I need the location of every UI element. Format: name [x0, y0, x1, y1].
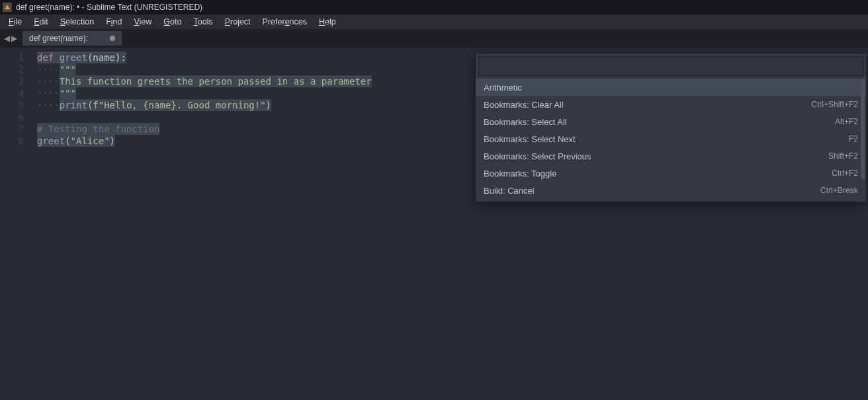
tab-prev-icon[interactable]: ◀	[4, 34, 10, 43]
command-palette-item-label: Arithmetic	[484, 83, 522, 93]
command-palette-item-label: Bookmarks: Select All	[484, 117, 567, 127]
window-titlebar: def greet(name): • - Sublime Text (UNREG…	[0, 0, 868, 15]
code-line[interactable]: greet("Alice")	[37, 135, 372, 147]
menu-file[interactable]: File	[3, 16, 28, 28]
command-palette-item-shortcut: Alt+F2	[835, 117, 858, 126]
command-palette-item-label: Bookmarks: Toggle	[484, 169, 556, 179]
menu-selection[interactable]: Selection	[54, 16, 100, 28]
command-palette-scrollbar[interactable]	[861, 80, 865, 179]
window-title: def greet(name): • - Sublime Text (UNREG…	[16, 3, 202, 12]
command-palette-item-label: Build: Cancel	[484, 186, 535, 196]
command-palette-item[interactable]: Bookmarks: Select NextF2	[476, 130, 866, 147]
command-palette-item-shortcut: Ctrl+F2	[832, 169, 858, 178]
command-palette-item-label: Bookmarks: Select Next	[484, 134, 576, 144]
line-number: 1	[0, 52, 30, 63]
menu-project[interactable]: Project	[219, 16, 257, 28]
command-palette-item-shortcut: Ctrl+Shift+F2	[811, 100, 858, 109]
command-palette-list: ArithmeticBookmarks: Clear AllCtrl+Shift…	[476, 79, 866, 199]
code-line[interactable]: def greet(name):	[37, 52, 372, 63]
menu-help[interactable]: Help	[313, 16, 342, 28]
tab-next-icon[interactable]: ▶	[11, 34, 17, 43]
code-content[interactable]: def greet(name):····"""····This function…	[37, 52, 372, 147]
command-palette-item[interactable]: Bookmarks: Select PreviousShift+F2	[476, 147, 866, 165]
code-line[interactable]: ····"""	[37, 87, 372, 99]
menubar: File Edit Selection Find View Goto Tools…	[0, 15, 868, 29]
line-number: 6	[0, 111, 30, 123]
code-line[interactable]	[37, 111, 372, 123]
line-number-gutter: 12345678	[0, 48, 30, 400]
command-palette-item-label: Bookmarks: Select Previous	[484, 151, 591, 161]
menu-edit[interactable]: Edit	[28, 16, 54, 28]
menu-find[interactable]: Find	[100, 16, 128, 28]
unsaved-indicator-icon	[110, 36, 115, 41]
command-palette-item[interactable]: Bookmarks: Select AllAlt+F2	[476, 113, 866, 130]
command-palette-item-shortcut: Shift+F2	[828, 151, 858, 161]
code-line[interactable]: ····This function greets the person pass…	[37, 75, 372, 87]
code-line[interactable]: ····print(f"Hello, {name}. Good morning!…	[37, 99, 372, 111]
menu-view[interactable]: View	[128, 16, 157, 28]
line-number: 5	[0, 99, 30, 111]
command-palette-item[interactable]: Bookmarks: Clear AllCtrl+Shift+F2	[476, 96, 866, 113]
menu-tools[interactable]: Tools	[187, 16, 218, 28]
menu-goto[interactable]: Goto	[157, 16, 187, 28]
line-number: 7	[0, 123, 30, 135]
tab-file[interactable]: def greet(name):	[22, 31, 122, 46]
command-palette-item[interactable]: Build: CancelCtrl+Break	[476, 182, 866, 199]
menu-preferences[interactable]: Preferences	[257, 16, 313, 28]
command-palette-item[interactable]: Arithmetic	[476, 79, 866, 96]
command-palette-item-label: Bookmarks: Clear All	[484, 100, 564, 110]
line-number: 4	[0, 87, 30, 99]
tab-label: def greet(name):	[29, 34, 88, 43]
command-palette-input[interactable]	[478, 56, 863, 76]
tab-bar: ◀ ▶ def greet(name):	[0, 29, 868, 48]
command-palette-item-shortcut: F2	[849, 134, 858, 143]
line-number: 3	[0, 75, 30, 87]
code-line[interactable]: ····"""	[37, 63, 372, 75]
app-icon	[3, 3, 12, 12]
command-palette-item-shortcut: Ctrl+Break	[820, 186, 858, 195]
command-palette: ArithmeticBookmarks: Clear AllCtrl+Shift…	[475, 53, 867, 202]
command-palette-item[interactable]: Bookmarks: ToggleCtrl+F2	[476, 165, 866, 182]
line-number: 2	[0, 63, 30, 75]
code-line[interactable]: # Testing the function	[37, 123, 372, 135]
line-number: 8	[0, 135, 30, 147]
